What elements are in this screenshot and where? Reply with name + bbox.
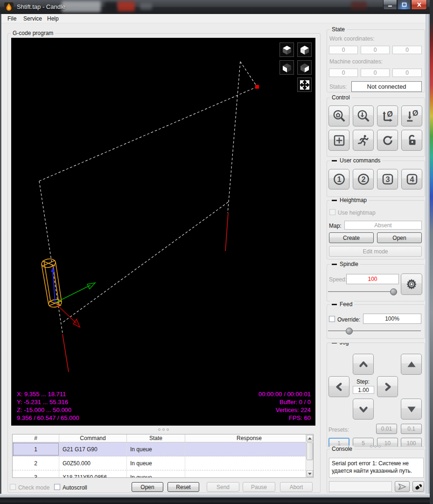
scroll-up-icon[interactable] xyxy=(307,435,313,441)
work-coordinates-label: Work coordinates: xyxy=(329,35,375,42)
user-command-1-button[interactable]: 1 xyxy=(328,169,349,189)
svg-text:4: 4 xyxy=(410,175,414,183)
probe-search-icon[interactable] xyxy=(353,105,374,126)
table-row[interactable]: 3 X18.711Y50.0856 In queue xyxy=(13,470,313,478)
jog-z-minus-button[interactable] xyxy=(401,399,422,420)
spindle-slider-handle[interactable] xyxy=(390,288,397,295)
toolpath-canvas xyxy=(11,38,315,426)
gear-icon[interactable] xyxy=(401,273,422,295)
map-value-field: Absent xyxy=(344,221,422,230)
console-input[interactable] xyxy=(329,481,392,492)
heightmap-group: Heightmap Use heightmap Map: Absent Crea… xyxy=(327,200,425,259)
collapse-dash-icon xyxy=(332,200,337,201)
svg-text:2: 2 xyxy=(361,175,365,183)
work-y-field: 0 xyxy=(361,46,390,54)
cube-top-icon[interactable] xyxy=(297,42,312,57)
scroll-thumb[interactable] xyxy=(307,442,313,460)
svg-text:3: 3 xyxy=(385,175,390,183)
open-button[interactable]: Open xyxy=(132,482,163,492)
heightmap-create-button[interactable]: Create xyxy=(329,232,374,243)
table-header: # Command State Response xyxy=(13,434,313,442)
heightmap-open-button[interactable]: Open xyxy=(377,232,422,243)
jog-group: Jog Step: 1.00 Presets: 0.01 0.1 1 5 10 … xyxy=(327,343,425,447)
zero-z-icon[interactable]: Ø xyxy=(401,105,422,126)
machine-z-field: 0 xyxy=(392,69,422,77)
cube-side-icon[interactable] xyxy=(297,60,312,75)
tool-position-marker xyxy=(255,85,259,89)
home-search-icon[interactable] xyxy=(328,105,349,126)
feed-slider[interactable] xyxy=(328,330,421,332)
cube-iso-icon[interactable] xyxy=(279,42,294,57)
jog-x-plus-button[interactable] xyxy=(377,376,398,397)
cube-front-icon[interactable] xyxy=(279,60,294,75)
fit-view-icon[interactable] xyxy=(297,77,312,92)
spindle-group: Spindle Speed: 100 xyxy=(327,264,425,301)
svg-text:Ø: Ø xyxy=(387,109,393,118)
unlock-icon[interactable] xyxy=(401,130,422,151)
scroll-down-icon[interactable] xyxy=(307,470,313,477)
jog-preset-001-button[interactable]: 0.01 xyxy=(376,424,397,434)
feed-override-label: Override: xyxy=(337,316,360,323)
console-group: Console Serial port error 1: Системе не … xyxy=(327,449,425,493)
gcode-table[interactable]: # Command State Response 1 G21 G17 G90 I… xyxy=(12,434,314,478)
collapse-dash-icon xyxy=(332,343,337,343)
gcode-program-title: G-code program xyxy=(11,30,55,36)
menu-file[interactable]: File xyxy=(7,15,16,22)
work-z-field: 0 xyxy=(392,46,422,54)
send-button[interactable]: Send xyxy=(207,482,239,492)
jog-z-plus-button[interactable] xyxy=(401,354,422,375)
panel-splitter-handle[interactable] xyxy=(370,445,381,448)
title-bar[interactable]: Shtift.tap - Candle xyxy=(0,0,433,14)
viewer-bounds-readout: X: 9.355 ... 18.711 Y: -5.231 ... 55.316… xyxy=(17,390,79,422)
heightmap-edit-mode-button[interactable]: Edit mode xyxy=(329,246,422,257)
feed-override-field[interactable]: 100% xyxy=(363,314,421,324)
jog-preset-01-button[interactable]: 0.1 xyxy=(401,424,422,434)
control-group: Control Ø Ø xyxy=(327,98,425,157)
menu-bar: File Service Help xyxy=(1,14,426,23)
map-label: Map: xyxy=(329,223,342,229)
glass-blur xyxy=(140,3,152,10)
origin-icon[interactable] xyxy=(328,130,349,151)
use-heightmap-checkbox[interactable] xyxy=(329,209,335,215)
menu-service[interactable]: Service xyxy=(23,15,42,22)
state-group: State Work coordinates: 0 0 0 Machine co… xyxy=(327,29,425,92)
table-scrollbar[interactable] xyxy=(306,434,313,477)
run-icon[interactable] xyxy=(353,130,374,151)
eraser-icon[interactable] xyxy=(412,481,424,492)
user-command-3-button[interactable]: 3 xyxy=(377,169,398,189)
feed-title: Feed xyxy=(330,301,354,308)
spindle-slider[interactable] xyxy=(328,291,397,293)
user-command-2-button[interactable]: 2 xyxy=(353,169,374,189)
jog-x-minus-button[interactable] xyxy=(328,376,349,397)
gcode-3d-viewer[interactable]: X: 9.355 ... 18.711 Y: -5.231 ... 55.316… xyxy=(11,38,315,426)
jog-presets-label: Presets: xyxy=(328,427,349,433)
window-border-right xyxy=(426,14,430,497)
abort-button[interactable]: Abort xyxy=(280,482,313,492)
feed-slider-handle[interactable] xyxy=(346,328,353,335)
close-icon[interactable] xyxy=(411,0,427,10)
maximize-icon[interactable] xyxy=(397,0,411,10)
zero-xy-icon[interactable]: Ø xyxy=(377,105,398,126)
table-row[interactable]: 2 G0Z50.000 In queue xyxy=(13,456,313,470)
send-plane-icon[interactable] xyxy=(395,481,410,492)
reset-icon[interactable] xyxy=(377,130,398,151)
autoscroll-checkbox[interactable] xyxy=(54,484,60,490)
user-command-4-button[interactable]: 4 xyxy=(401,169,422,189)
jog-preset-100-button[interactable]: 100 xyxy=(401,438,422,447)
jog-y-plus-button[interactable] xyxy=(353,354,374,375)
svg-text:Ø: Ø xyxy=(412,109,418,117)
table-row[interactable]: 1 G21 G17 G90 In queue xyxy=(13,442,313,456)
spindle-speed-field[interactable]: 100 xyxy=(346,274,399,284)
menu-help[interactable]: Help xyxy=(47,15,59,22)
reset-button[interactable]: Reset xyxy=(168,482,199,492)
feed-override-checkbox[interactable] xyxy=(329,316,335,322)
window-title: Shtift.tap - Candle xyxy=(17,3,65,10)
console-log[interactable]: Serial port error 1: Системе не удается … xyxy=(329,458,424,478)
glass-blur xyxy=(105,2,118,11)
minimize-icon[interactable] xyxy=(383,0,397,10)
splitter-handle[interactable] xyxy=(158,428,169,431)
check-mode-checkbox[interactable] xyxy=(10,484,16,490)
jog-y-minus-button[interactable] xyxy=(353,399,374,420)
jog-step-field[interactable]: 1.00 xyxy=(353,386,374,394)
pause-button[interactable]: Pause xyxy=(243,482,275,492)
